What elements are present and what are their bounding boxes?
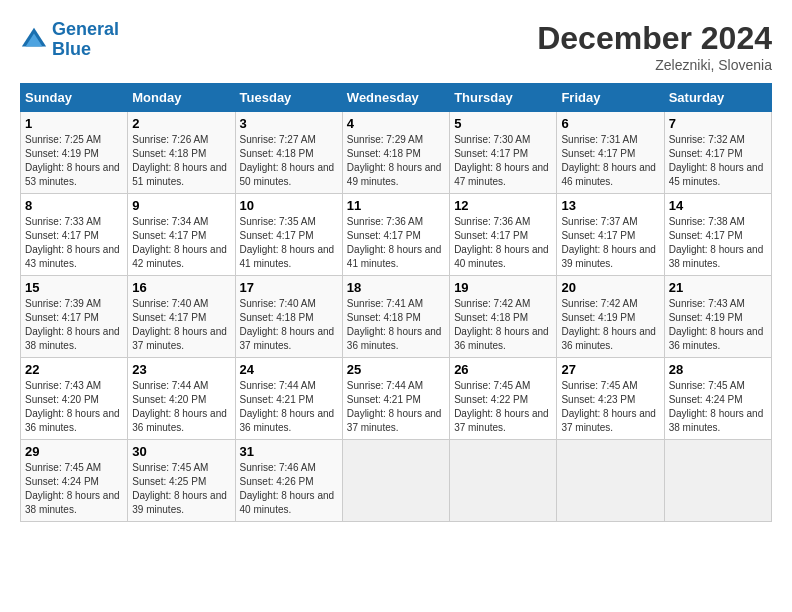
- day-number: 1: [25, 116, 123, 131]
- sunrise: Sunrise: 7:34 AM: [132, 215, 230, 229]
- calendar-cell: 19 Sunrise: 7:42 AM Sunset: 4:18 PM Dayl…: [450, 276, 557, 358]
- daylight: Daylight: 8 hours and 51 minutes.: [132, 161, 230, 189]
- calendar-cell: 14 Sunrise: 7:38 AM Sunset: 4:17 PM Dayl…: [664, 194, 771, 276]
- sunrise: Sunrise: 7:45 AM: [561, 379, 659, 393]
- calendar-cell: 26 Sunrise: 7:45 AM Sunset: 4:22 PM Dayl…: [450, 358, 557, 440]
- day-info: Sunrise: 7:41 AM Sunset: 4:18 PM Dayligh…: [347, 297, 445, 353]
- sunrise: Sunrise: 7:27 AM: [240, 133, 338, 147]
- sunrise: Sunrise: 7:42 AM: [454, 297, 552, 311]
- daylight: Daylight: 8 hours and 37 minutes.: [454, 407, 552, 435]
- sunset: Sunset: 4:18 PM: [240, 311, 338, 325]
- calendar-cell: [450, 440, 557, 522]
- calendar-cell: 18 Sunrise: 7:41 AM Sunset: 4:18 PM Dayl…: [342, 276, 449, 358]
- daylight: Daylight: 8 hours and 36 minutes.: [669, 325, 767, 353]
- sunrise: Sunrise: 7:38 AM: [669, 215, 767, 229]
- sunrise: Sunrise: 7:31 AM: [561, 133, 659, 147]
- day-number: 7: [669, 116, 767, 131]
- day-info: Sunrise: 7:44 AM Sunset: 4:20 PM Dayligh…: [132, 379, 230, 435]
- sunrise: Sunrise: 7:45 AM: [25, 461, 123, 475]
- day-number: 9: [132, 198, 230, 213]
- header-friday: Friday: [557, 84, 664, 112]
- daylight: Daylight: 8 hours and 43 minutes.: [25, 243, 123, 271]
- calendar-cell: 4 Sunrise: 7:29 AM Sunset: 4:18 PM Dayli…: [342, 112, 449, 194]
- calendar-cell: 17 Sunrise: 7:40 AM Sunset: 4:18 PM Dayl…: [235, 276, 342, 358]
- sunrise: Sunrise: 7:45 AM: [454, 379, 552, 393]
- sunset: Sunset: 4:22 PM: [454, 393, 552, 407]
- calendar-table: Sunday Monday Tuesday Wednesday Thursday…: [20, 83, 772, 522]
- calendar-cell: 20 Sunrise: 7:42 AM Sunset: 4:19 PM Dayl…: [557, 276, 664, 358]
- daylight: Daylight: 8 hours and 45 minutes.: [669, 161, 767, 189]
- day-number: 30: [132, 444, 230, 459]
- day-info: Sunrise: 7:45 AM Sunset: 4:23 PM Dayligh…: [561, 379, 659, 435]
- day-info: Sunrise: 7:42 AM Sunset: 4:19 PM Dayligh…: [561, 297, 659, 353]
- sunrise: Sunrise: 7:39 AM: [25, 297, 123, 311]
- day-number: 15: [25, 280, 123, 295]
- day-info: Sunrise: 7:32 AM Sunset: 4:17 PM Dayligh…: [669, 133, 767, 189]
- day-number: 25: [347, 362, 445, 377]
- logo-line1: General: [52, 19, 119, 39]
- sunrise: Sunrise: 7:36 AM: [347, 215, 445, 229]
- calendar-cell: 12 Sunrise: 7:36 AM Sunset: 4:17 PM Dayl…: [450, 194, 557, 276]
- sunset: Sunset: 4:17 PM: [454, 229, 552, 243]
- sunset: Sunset: 4:18 PM: [240, 147, 338, 161]
- day-info: Sunrise: 7:45 AM Sunset: 4:25 PM Dayligh…: [132, 461, 230, 517]
- day-info: Sunrise: 7:39 AM Sunset: 4:17 PM Dayligh…: [25, 297, 123, 353]
- calendar-cell: 15 Sunrise: 7:39 AM Sunset: 4:17 PM Dayl…: [21, 276, 128, 358]
- sunrise: Sunrise: 7:44 AM: [347, 379, 445, 393]
- day-info: Sunrise: 7:34 AM Sunset: 4:17 PM Dayligh…: [132, 215, 230, 271]
- calendar-cell: 13 Sunrise: 7:37 AM Sunset: 4:17 PM Dayl…: [557, 194, 664, 276]
- day-number: 8: [25, 198, 123, 213]
- calendar-week-4: 22 Sunrise: 7:43 AM Sunset: 4:20 PM Dayl…: [21, 358, 772, 440]
- day-info: Sunrise: 7:29 AM Sunset: 4:18 PM Dayligh…: [347, 133, 445, 189]
- calendar-cell: 8 Sunrise: 7:33 AM Sunset: 4:17 PM Dayli…: [21, 194, 128, 276]
- sunrise: Sunrise: 7:40 AM: [132, 297, 230, 311]
- day-info: Sunrise: 7:35 AM Sunset: 4:17 PM Dayligh…: [240, 215, 338, 271]
- calendar-cell: 9 Sunrise: 7:34 AM Sunset: 4:17 PM Dayli…: [128, 194, 235, 276]
- day-info: Sunrise: 7:40 AM Sunset: 4:17 PM Dayligh…: [132, 297, 230, 353]
- daylight: Daylight: 8 hours and 41 minutes.: [347, 243, 445, 271]
- sunrise: Sunrise: 7:29 AM: [347, 133, 445, 147]
- day-info: Sunrise: 7:36 AM Sunset: 4:17 PM Dayligh…: [454, 215, 552, 271]
- day-info: Sunrise: 7:40 AM Sunset: 4:18 PM Dayligh…: [240, 297, 338, 353]
- calendar-cell: 16 Sunrise: 7:40 AM Sunset: 4:17 PM Dayl…: [128, 276, 235, 358]
- sunrise: Sunrise: 7:40 AM: [240, 297, 338, 311]
- sunset: Sunset: 4:17 PM: [132, 229, 230, 243]
- calendar-cell: 28 Sunrise: 7:45 AM Sunset: 4:24 PM Dayl…: [664, 358, 771, 440]
- sunset: Sunset: 4:17 PM: [25, 229, 123, 243]
- sunset: Sunset: 4:19 PM: [561, 311, 659, 325]
- sunset: Sunset: 4:18 PM: [132, 147, 230, 161]
- day-number: 14: [669, 198, 767, 213]
- daylight: Daylight: 8 hours and 49 minutes.: [347, 161, 445, 189]
- calendar-cell: 1 Sunrise: 7:25 AM Sunset: 4:19 PM Dayli…: [21, 112, 128, 194]
- day-number: 31: [240, 444, 338, 459]
- calendar-cell: 23 Sunrise: 7:44 AM Sunset: 4:20 PM Dayl…: [128, 358, 235, 440]
- sunset: Sunset: 4:18 PM: [347, 147, 445, 161]
- header-tuesday: Tuesday: [235, 84, 342, 112]
- day-number: 20: [561, 280, 659, 295]
- day-info: Sunrise: 7:38 AM Sunset: 4:17 PM Dayligh…: [669, 215, 767, 271]
- sunrise: Sunrise: 7:30 AM: [454, 133, 552, 147]
- logo-icon: [20, 26, 48, 54]
- logo-line2: Blue: [52, 39, 91, 59]
- daylight: Daylight: 8 hours and 36 minutes.: [132, 407, 230, 435]
- logo-text: General Blue: [52, 20, 119, 60]
- sunset: Sunset: 4:18 PM: [454, 311, 552, 325]
- day-number: 26: [454, 362, 552, 377]
- calendar-week-2: 8 Sunrise: 7:33 AM Sunset: 4:17 PM Dayli…: [21, 194, 772, 276]
- day-info: Sunrise: 7:30 AM Sunset: 4:17 PM Dayligh…: [454, 133, 552, 189]
- calendar-cell: [664, 440, 771, 522]
- location-subtitle: Zelezniki, Slovenia: [537, 57, 772, 73]
- daylight: Daylight: 8 hours and 37 minutes.: [347, 407, 445, 435]
- day-number: 18: [347, 280, 445, 295]
- calendar-cell: 24 Sunrise: 7:44 AM Sunset: 4:21 PM Dayl…: [235, 358, 342, 440]
- daylight: Daylight: 8 hours and 37 minutes.: [240, 325, 338, 353]
- sunset: Sunset: 4:18 PM: [347, 311, 445, 325]
- sunset: Sunset: 4:24 PM: [25, 475, 123, 489]
- month-title: December 2024: [537, 20, 772, 57]
- sunset: Sunset: 4:23 PM: [561, 393, 659, 407]
- daylight: Daylight: 8 hours and 40 minutes.: [240, 489, 338, 517]
- day-info: Sunrise: 7:36 AM Sunset: 4:17 PM Dayligh…: [347, 215, 445, 271]
- daylight: Daylight: 8 hours and 42 minutes.: [132, 243, 230, 271]
- sunrise: Sunrise: 7:45 AM: [669, 379, 767, 393]
- sunset: Sunset: 4:17 PM: [132, 311, 230, 325]
